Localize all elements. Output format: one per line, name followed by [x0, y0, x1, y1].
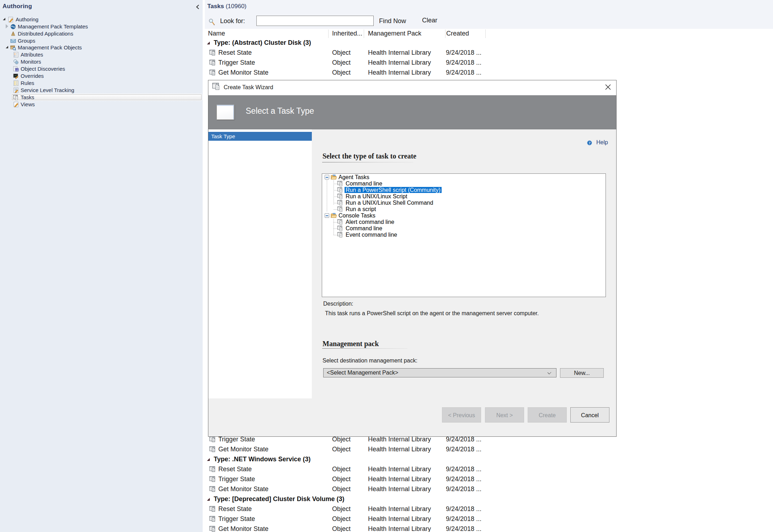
- svg-text:?: ?: [588, 141, 590, 145]
